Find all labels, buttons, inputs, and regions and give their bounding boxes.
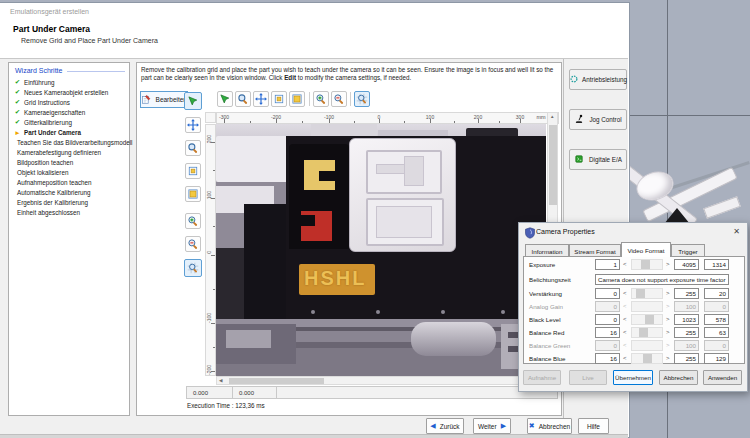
vtool-zoom-in-button[interactable] <box>185 213 201 229</box>
wizard-step-current[interactable]: ►Part Under Camera <box>9 127 129 137</box>
vtool-roi-small-button[interactable] <box>185 163 201 179</box>
slider-track[interactable] <box>631 259 663 270</box>
edit-icon <box>141 94 153 106</box>
camera-image-viewport[interactable]: HSHL <box>216 124 546 376</box>
white-part-ridge <box>376 206 432 238</box>
slider-thumb[interactable] <box>645 315 654 324</box>
close-icon[interactable]: ✕ <box>733 227 740 236</box>
screw <box>311 310 315 314</box>
slider-track[interactable] <box>631 353 663 364</box>
toolbar-select-arrow-button[interactable] <box>217 91 233 107</box>
uebernehmen-button[interactable]: Übernehmen <box>613 370 653 385</box>
help-button[interactable]: Hilfe <box>578 418 609 434</box>
vtool-roi-large-button[interactable] <box>185 186 201 202</box>
max-field[interactable]: 1023 <box>674 314 699 325</box>
wizard-step[interactable]: Bildposition teachen <box>9 157 129 167</box>
spin-left[interactable]: < <box>623 290 627 296</box>
spin-left[interactable]: < <box>623 316 627 322</box>
max-field[interactable]: 255 <box>674 288 699 299</box>
slider-track[interactable] <box>631 288 663 299</box>
slider-thumb[interactable] <box>636 289 645 298</box>
toolbar-magnifier-button[interactable] <box>235 91 251 107</box>
vtool-pan-button[interactable] <box>185 117 201 133</box>
cursor-y-value: 0.000 <box>232 386 277 399</box>
dialog-title: Camera Properties <box>536 228 595 235</box>
screen: Emulationsgerät erstellen Part Under Cam… <box>0 0 750 438</box>
back-button[interactable]: ◀ Zurück <box>426 418 464 434</box>
toolbar-zoom-in-button[interactable] <box>313 91 329 107</box>
vtool-zoom-fit-button[interactable] <box>184 259 202 277</box>
toolbar-zoom-out-button[interactable] <box>331 91 347 107</box>
abbrechen-button[interactable]: Abbrechen <box>659 370 698 385</box>
slider-track[interactable] <box>631 314 663 325</box>
wizard-step[interactable]: ✔Kameraeigenschaften <box>9 107 129 117</box>
toolbar-roi-large-button[interactable] <box>289 91 305 107</box>
value-field[interactable]: 0 <box>595 314 620 325</box>
jog-control-button[interactable]: Jog Control <box>569 109 627 130</box>
scroll-left-icon[interactable]: ◀ <box>219 379 222 384</box>
check-icon: ✔ <box>13 118 22 126</box>
spin-right[interactable]: > <box>666 290 670 296</box>
wizard-step[interactable]: Aufnahmeposition teachen <box>9 177 129 187</box>
edit-camera-settings-button[interactable]: Bearbeiten <box>140 91 188 108</box>
spin-left[interactable]: < <box>623 355 627 361</box>
scrollbar-thumb[interactable] <box>549 125 557 205</box>
vtool-zoom-out-button[interactable] <box>185 236 201 252</box>
spin-right[interactable]: > <box>666 316 670 322</box>
slider-thumb[interactable] <box>641 260 650 269</box>
wizard-step[interactable]: ✔Einführung <box>9 77 129 87</box>
max-field[interactable]: 255 <box>674 353 699 364</box>
value-field[interactable]: 16 <box>595 353 620 364</box>
cancel-button[interactable]: ✖ Abbrechen <box>527 418 572 434</box>
scrollbar-thumb[interactable] <box>229 378 324 384</box>
value-field[interactable]: 0 <box>595 288 620 299</box>
wizard-step[interactable]: Einheit abgeschlossen <box>9 207 129 217</box>
digital-io-button[interactable]: Digitale E/A <box>569 149 627 170</box>
wizard-step[interactable]: Kamerabefestigung definieren <box>9 147 129 157</box>
instructions-text: Remove the calibration grid and place th… <box>141 66 559 82</box>
drive-power-button[interactable]: Antriebsleistung <box>569 69 627 90</box>
max-field: 100 <box>674 340 699 351</box>
max-field[interactable]: 255 <box>674 327 699 338</box>
extra-field[interactable]: 1314 <box>704 259 729 270</box>
wizard-step[interactable]: ✔Gitterkalibrierung <box>9 117 129 127</box>
horizontal-scrollbar[interactable]: ◀ ▶ <box>216 376 546 385</box>
tab-video-format[interactable]: Video Format <box>621 242 671 257</box>
property-row-analog-gain: Analog Gain 0 < > 100 0 <box>519 301 747 313</box>
vtool-magnifier-button[interactable] <box>185 140 201 156</box>
value-field[interactable]: 16 <box>595 327 620 338</box>
max-field: 100 <box>674 301 699 312</box>
value-field[interactable]: 1 <box>595 259 620 270</box>
toolbar-separator <box>350 92 351 106</box>
anwenden-button[interactable]: Anwenden <box>703 370 742 385</box>
property-row-black-level: Black Level 0 < > 1023 578 <box>519 314 747 326</box>
spin-left[interactable]: < <box>623 329 627 335</box>
extra-field[interactable]: 63 <box>704 327 729 338</box>
extra-field[interactable]: 129 <box>704 353 729 364</box>
toolbar-roi-small-button[interactable] <box>271 91 287 107</box>
slider-thumb[interactable] <box>639 328 648 337</box>
extra-field[interactable]: 20 <box>704 288 729 299</box>
toolbar-pan-button[interactable] <box>253 91 269 107</box>
max-field[interactable]: 4095 <box>674 259 699 270</box>
wizard-step[interactable]: Ergebnis der Kalibrierung <box>9 197 129 207</box>
next-button[interactable]: Weiter ▶ <box>473 418 511 434</box>
wizard-step[interactable]: ✔Grid Instructions <box>9 97 129 107</box>
spin-right[interactable]: > <box>666 261 670 267</box>
extra-field[interactable]: 578 <box>704 314 729 325</box>
page-subtitle: Remove Grid and Place Part Under Camera <box>21 37 158 44</box>
property-row-verstaerkung: Verstärkung 0 < > 255 20 <box>519 288 747 300</box>
wizard-step[interactable]: Teachen Sie das Bildverarbeitungsmodell <box>9 137 129 147</box>
toolbar-zoom-fit-button[interactable] <box>354 91 370 107</box>
wizard-step[interactable]: Objekt lokalisieren <box>9 167 129 177</box>
spin-right[interactable]: > <box>666 355 670 361</box>
value-field: 0 <box>595 301 620 312</box>
wizard-step[interactable]: Automatische Kalibrierung <box>9 187 129 197</box>
scroll-up-icon[interactable]: ▲ <box>550 115 554 120</box>
spin-left[interactable]: < <box>623 261 627 267</box>
slider-track[interactable] <box>631 327 663 338</box>
wizard-step[interactable]: ✔Neues Kameraobjekt erstellen <box>9 87 129 97</box>
slider-thumb[interactable] <box>643 354 652 363</box>
spin-right[interactable]: > <box>666 329 670 335</box>
vtool-select-arrow-button[interactable] <box>184 92 202 110</box>
